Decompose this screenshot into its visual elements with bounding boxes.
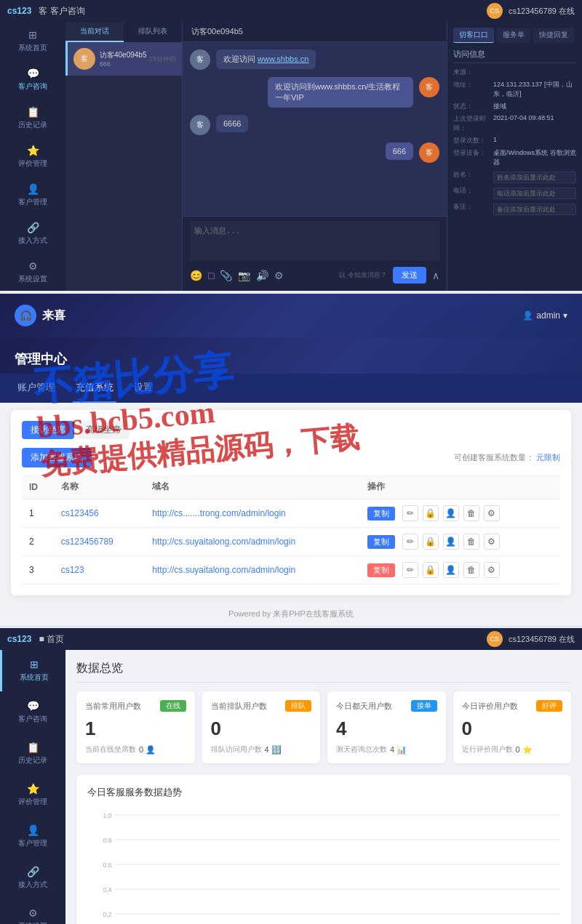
- row3-copy-badge[interactable]: 复制: [367, 563, 395, 577]
- dash-sidebar-access[interactable]: 🔗 接入方式: [0, 857, 65, 899]
- info-row-phone: 电话：: [453, 186, 576, 199]
- row2-domain-link[interactable]: http://cs.suyaitalong.com/admin/login: [152, 537, 295, 547]
- row3-domain-link[interactable]: http://cs.suyaitalong.com/admin/login: [152, 565, 295, 575]
- row3-user-icon[interactable]: 👤: [443, 562, 459, 578]
- row2-user-icon[interactable]: 👤: [443, 534, 459, 550]
- contact-avatar: 客: [73, 48, 95, 70]
- sidebar-item-rating[interactable]: ⭐ 评价管理: [0, 137, 65, 176]
- more-icon[interactable]: ⚙: [274, 270, 284, 281]
- last-login-value: 2021-07-04 09:48:51: [493, 114, 576, 133]
- row2-edit-icon[interactable]: ✏: [402, 534, 418, 550]
- right-tab-service[interactable]: 服务单: [497, 28, 530, 43]
- home-icon: ⊞: [28, 29, 37, 41]
- row1-name-link[interactable]: cs123456: [61, 508, 99, 518]
- admin-logo-icon: 🎧: [15, 305, 36, 326]
- right-tab-visitor[interactable]: 切客口口: [453, 28, 494, 43]
- name-input[interactable]: [493, 172, 576, 183]
- row2-actions: 复制 ✏ 🔒 👤 🗑 ⚙: [360, 528, 560, 556]
- row1-user-icon[interactable]: 👤: [443, 505, 459, 521]
- audio-icon[interactable]: 🔊: [256, 270, 268, 281]
- admin-user-button[interactable]: 👤 admin ▾: [522, 310, 567, 321]
- nav-item-settings[interactable]: 设置: [131, 374, 156, 403]
- screenshot-icon[interactable]: 📷: [238, 270, 250, 281]
- quota-link[interactable]: 元限制: [536, 453, 560, 462]
- phone-input[interactable]: [493, 188, 576, 199]
- stat-header-4: 今日评价用户数 好评: [462, 700, 563, 712]
- row3-settings-icon[interactable]: ⚙: [484, 562, 500, 578]
- send-button[interactable]: 发送: [393, 267, 426, 284]
- dashboard-header: cs123 ■ 首页 CS cs123456789 在线: [0, 628, 582, 650]
- row1-copy-badge[interactable]: 复制: [367, 507, 395, 521]
- row1-delete-icon[interactable]: 🗑: [463, 505, 479, 521]
- dash-rating-icon: ⭐: [27, 783, 39, 795]
- message-2: 客 欢迎访问到www.shbbs.cn/生活教程一年VIP: [190, 77, 439, 108]
- add-service-button[interactable]: 添加客服系统: [22, 448, 92, 467]
- message-input[interactable]: [190, 221, 439, 261]
- row1-settings-icon[interactable]: ⚙: [484, 505, 500, 521]
- sub-tab-advanced[interactable]: 高级坐席: [77, 421, 129, 439]
- sidebar-item-history[interactable]: 📋 历史记录: [0, 99, 65, 137]
- last-login-label: 上次登录时间：: [453, 114, 493, 133]
- row1-domain-link[interactable]: http://cs.......trong.com/admin/login: [152, 508, 285, 518]
- expand-icon[interactable]: ∧: [432, 270, 439, 281]
- sub-tab-access[interactable]: 接访坐席: [22, 421, 74, 439]
- dash-sidebar-chat[interactable]: 💬 客户咨询: [0, 691, 65, 733]
- sidebar-item-chat[interactable]: 💬 客户咨询: [0, 60, 65, 99]
- tab-current[interactable]: 当前对话: [65, 22, 124, 42]
- row2-lock-icon[interactable]: 🔒: [423, 534, 439, 550]
- info-row-last-login: 上次登录时间： 2021-07-04 09:48:51: [453, 114, 576, 133]
- quota-info: 可创建客服系统数量： 元限制: [454, 452, 560, 463]
- dash-sidebar-settings[interactable]: ⚙ 系统设置: [0, 899, 65, 924]
- right-tab-quick[interactable]: 快捷回复: [533, 28, 574, 43]
- file-icon[interactable]: 📎: [220, 270, 232, 281]
- sidebar-item-access[interactable]: 🔗 接入方式: [0, 214, 65, 253]
- contact-item[interactable]: 客 访客40e094b5 666 15分钟前: [65, 42, 182, 76]
- nav-item-recharge[interactable]: 充值系统: [73, 374, 116, 403]
- row3-name-link[interactable]: cs123: [61, 565, 84, 575]
- row1-edit-icon[interactable]: ✏: [402, 505, 418, 521]
- dash-sidebar-history[interactable]: 📋 历史记录: [0, 733, 65, 774]
- row3-lock-icon[interactable]: 🔒: [423, 562, 439, 578]
- emoji-icon[interactable]: 😊: [190, 270, 202, 281]
- admin-section-wrapper: 🎧 来喜 👤 admin ▾: [0, 294, 582, 625]
- col-name: 名称: [54, 475, 146, 499]
- row2-delete-icon[interactable]: 🗑: [463, 534, 479, 550]
- row2-name-link[interactable]: cs123456789: [61, 537, 113, 547]
- row3-edit-icon[interactable]: ✏: [402, 562, 418, 578]
- nav-item-account[interactable]: 账户管理: [15, 374, 58, 403]
- image-icon[interactable]: □: [208, 270, 214, 281]
- link-1[interactable]: www.shbbs.cn: [258, 55, 308, 63]
- svg-text:0.2: 0.2: [103, 911, 112, 918]
- row1-lock-icon[interactable]: 🔒: [423, 505, 439, 521]
- stat-sub-1: 当前在线坐席数 0 👤: [85, 744, 186, 755]
- source-value: [493, 68, 576, 77]
- dash-sidebar-rating[interactable]: ⭐ 评价管理: [0, 774, 65, 816]
- admin-dropdown-icon: ▾: [563, 310, 567, 321]
- stat-value-3: 4: [336, 718, 437, 740]
- sidebar-item-settings[interactable]: ⚙ 系统设置: [0, 253, 65, 291]
- dash-chat-label: 客户咨询: [18, 714, 47, 724]
- dashboard-section: cs123 ■ 首页 CS cs123456789 在线 ⊞ 系统首页 💬 客户…: [0, 628, 582, 924]
- stat-card-queue: 当前排队用户数 排队 0 排队访问用户数 4 🔢: [202, 691, 321, 763]
- dash-sidebar-customers[interactable]: 👤 客户管理: [0, 816, 65, 857]
- rating-icon: ⭐: [27, 145, 39, 156]
- dash-home-label: 系统首页: [20, 672, 49, 683]
- dash-sidebar-home[interactable]: ⊞ 系统首页: [0, 650, 65, 691]
- message-bubble-2: 欢迎访问到www.shbbs.cn/生活教程一年VIP: [268, 77, 413, 108]
- message-bubble-3: 6666: [216, 115, 248, 132]
- sidebar-item-customers[interactable]: 👤 客户管理: [0, 176, 65, 214]
- admin-nav: 账户管理 充值系统 设置: [0, 374, 582, 403]
- dash-history-icon: 📋: [27, 742, 39, 753]
- chat-section: cs123 客 客户咨询 CS cs123456789 在线 ⊞ 系统首页 💬 …: [0, 0, 582, 291]
- tab-queue[interactable]: 排队列表: [124, 22, 182, 42]
- contact-info: 访客40e094b5 666: [100, 50, 149, 68]
- right-tabs: 切客口口 服务单 快捷回复: [453, 28, 576, 43]
- row2-copy-badge[interactable]: 复制: [367, 535, 395, 549]
- note-label: 备注：: [453, 202, 493, 215]
- chat-main: 访客00e094b5 客 欢迎访问 www.shbbs.cn 客 欢迎访问到ww…: [182, 22, 447, 291]
- chat-body: ⊞ 系统首页 💬 客户咨询 📋 历史记录 ⭐ 评价管理 👤 客户管理 🔗 接: [0, 22, 582, 291]
- row2-settings-icon[interactable]: ⚙: [484, 534, 500, 550]
- sidebar-item-home[interactable]: ⊞ 系统首页: [0, 22, 65, 60]
- row3-delete-icon[interactable]: 🗑: [463, 562, 479, 578]
- note-input[interactable]: [493, 204, 576, 215]
